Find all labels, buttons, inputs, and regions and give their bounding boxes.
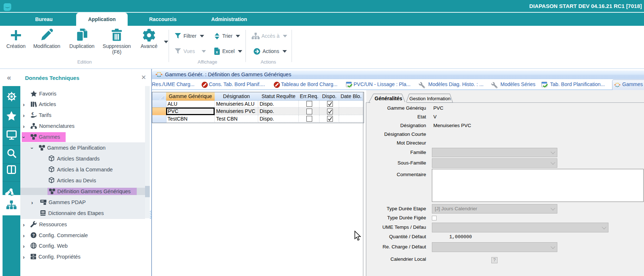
svg-text:x: x — [216, 50, 218, 54]
svg-text:?: ? — [32, 233, 35, 238]
svg-text:€: € — [32, 112, 34, 116]
